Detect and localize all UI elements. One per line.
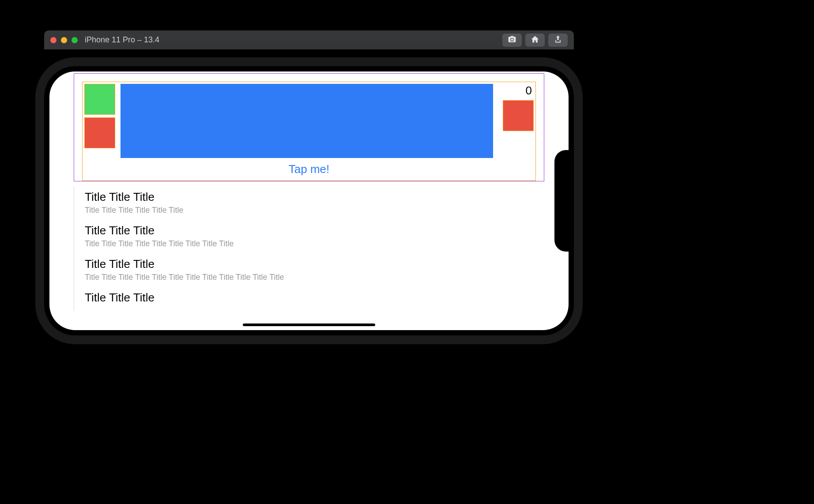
home-icon xyxy=(531,35,539,45)
list-item-title: Title Title Title xyxy=(85,190,537,204)
list-item-title: Title Title Title xyxy=(85,224,537,237)
home-button[interactable] xyxy=(525,34,545,47)
counter-label: 0 xyxy=(498,84,534,98)
list[interactable]: Title Title Title Title Title Title Titl… xyxy=(74,186,544,311)
debug-outline-orange: 0 Tap me! xyxy=(82,82,536,181)
device-screen: 0 Tap me! Title Title Title Title Title … xyxy=(49,71,569,330)
list-item[interactable]: Title Title Title Title Title Title Titl… xyxy=(74,253,544,286)
window-controls xyxy=(50,37,78,43)
header-left-column xyxy=(84,84,115,158)
list-item[interactable]: Title Title Title xyxy=(74,286,544,311)
list-item-title: Title Title Title xyxy=(85,291,537,305)
tap-button[interactable]: Tap me! xyxy=(84,158,534,180)
green-square xyxy=(84,84,115,115)
camera-icon xyxy=(508,35,516,45)
header-right-column: 0 xyxy=(498,84,534,158)
screenshot-button[interactable] xyxy=(502,34,522,47)
blue-rectangle xyxy=(121,84,493,158)
device-bezel: 0 Tap me! Title Title Title Title Title … xyxy=(44,66,574,335)
window-minimize-button[interactable] xyxy=(61,37,67,43)
share-button[interactable] xyxy=(548,34,568,47)
list-item[interactable]: Title Title Title Title Title Title Titl… xyxy=(74,186,544,219)
list-item-subtitle: Title Title Title Title Title Title Titl… xyxy=(85,273,537,282)
simulator-titlebar: iPhone 11 Pro – 13.4 xyxy=(44,30,574,49)
list-item-subtitle: Title Title Title Title Title Title Titl… xyxy=(85,239,537,248)
device-notch xyxy=(554,150,569,252)
header-row: 0 xyxy=(84,84,534,158)
app-root: 0 Tap me! Title Title Title Title Title … xyxy=(74,71,544,330)
red-square-right xyxy=(503,100,534,131)
window-zoom-button[interactable] xyxy=(72,37,78,43)
share-icon xyxy=(554,35,562,45)
device-frame: 0 Tap me! Title Title Title Title Title … xyxy=(35,57,583,344)
list-item-subtitle: Title Title Title Title Title Title xyxy=(85,206,537,215)
list-item-title: Title Title Title xyxy=(85,257,537,271)
list-item[interactable]: Title Title Title Title Title Title Titl… xyxy=(74,219,544,253)
home-indicator[interactable] xyxy=(243,323,375,326)
window-close-button[interactable] xyxy=(50,37,57,43)
simulator-toolbar xyxy=(502,34,568,47)
window-title: iPhone 11 Pro – 13.4 xyxy=(85,35,502,45)
debug-outline-purple: 0 Tap me! xyxy=(74,73,544,181)
red-square-left xyxy=(84,117,115,148)
